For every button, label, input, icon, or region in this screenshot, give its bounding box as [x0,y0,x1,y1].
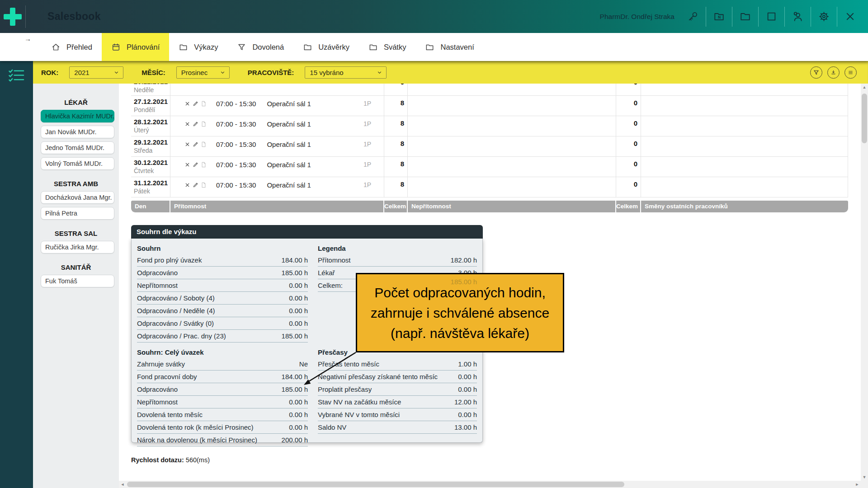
other-shifts-cell [641,157,848,177]
summary-row: Odpracováno185.00 h [137,267,308,279]
sidebar-item[interactable]: Pilná Petra [41,207,114,220]
vertical-scrollbar[interactable]: ▲ ▼ [861,84,868,481]
other-shifts-cell [641,116,848,136]
chevron-down-icon [113,70,119,75]
nav-tab-label: Svátky [384,43,406,52]
summary-row: Nepřítomnost0.00 h [137,279,308,292]
sidebar-item[interactable]: Jedno Tomáš MUDr. [41,141,114,154]
summary-row-label: Celkem: [318,282,343,289]
table-footer-header: Den Přítomnost Celkem Nepřítomnost Celke… [131,201,848,212]
export-button[interactable] [827,66,840,79]
filter-bar: ROK:2021MĚSÍC:ProsinecPRACOVIŠTĚ:15 vybr… [33,61,868,84]
key-icon[interactable] [687,10,699,23]
arrow-right-icon[interactable]: → [24,35,31,42]
nav-tab-6[interactable]: Svátky [359,33,416,61]
summary-row: Saldo NV13.00 h [318,421,477,434]
edit-icon[interactable] [192,161,199,168]
filter-select-3[interactable]: 15 vybráno [305,66,387,79]
shift-tag: 1P [363,100,371,107]
scroll-right-icon[interactable]: ► [854,481,861,488]
summary-row-label: Nepřítomnost [137,398,178,406]
delete-icon[interactable] [184,100,191,107]
summary-row: Nepřítomnost0.00 h [137,396,308,408]
sidebar-item[interactable]: Docházková Jana Mgr. [41,191,114,204]
summary-row-value: 0.00 h [458,411,477,418]
folder-icon [368,42,378,52]
header-divider [811,7,811,27]
summary-row-label: Nárok na dovolenou (k měsíci Prosinec) [137,436,257,444]
note-icon[interactable] [200,100,207,107]
note-icon[interactable] [200,161,207,168]
sidebar-item[interactable]: Volný Tomáš MUDr. [41,157,114,170]
funnel-button[interactable] [810,66,822,79]
absence-cell [408,116,616,136]
horizontal-scrollbar[interactable]: ◄ ► [119,481,861,488]
left-rail [0,61,33,488]
filter-select-2[interactable]: Prosinec [176,66,230,79]
filter-select-value: 2021 [74,69,89,76]
summary-row: Přítomnost182.00 h [318,254,477,267]
delete-icon[interactable] [184,161,191,168]
header-divider [706,7,706,27]
presence-cell: 07:00 - 15:30Operační sál 11P [170,116,384,136]
nav-tab-2[interactable]: Plánování [102,33,169,61]
sidebar: LÉKAŘHlavička Kazimír MUDr.Jan Novák MUD… [33,84,119,488]
gear-icon[interactable] [818,10,830,23]
close-icon[interactable] [844,10,856,23]
summary-row-label: Zahrnuje svátky [137,360,185,368]
summary-row: Stav NV na začátku měsíce12.00 h [318,396,477,408]
nav-tab-7[interactable]: Nastavení [415,33,483,61]
absence-cell [408,157,616,177]
square-icon[interactable] [765,10,778,23]
header-divider [837,7,837,27]
nav-tab-4[interactable]: Dovolená [227,33,293,61]
sidebar-item[interactable]: Ručička Jirka Mgr. [41,241,114,253]
note-icon[interactable] [200,141,207,148]
sidebar-item[interactable]: Fuk Tomáš [41,275,114,287]
note-icon[interactable] [200,121,207,127]
shift-location: Operační sál 1 [267,161,311,169]
summary-row: Vybrané NV v tomto měsíci0.00 h [318,408,477,421]
scroll-down-icon[interactable]: ▼ [861,474,868,481]
delete-icon[interactable] [184,141,191,148]
filter-label-2: MĚSÍC: [142,69,165,76]
scroll-up-icon[interactable]: ▲ [861,84,868,91]
filter-select-1[interactable]: 2021 [69,66,123,79]
tooltip-ghost-value: 185.00 h [451,277,477,286]
app-logo [0,0,25,33]
absent-total-cell: 0 [616,157,641,177]
edit-icon[interactable] [192,182,199,188]
scroll-left-icon[interactable]: ◄ [119,481,126,488]
nav-tab-1[interactable]: Přehled [42,33,102,61]
nav-tab-3[interactable]: Výkazy [169,33,227,61]
absent-total: 0 [616,84,637,86]
nav-tab-label: Uzávěrky [318,43,349,52]
delete-icon[interactable] [184,121,191,127]
summary-row-label: Nepřítomnost [137,282,178,289]
nav-tab-5[interactable]: Uzávěrky [293,33,359,61]
horizontal-scroll-thumb[interactable] [127,482,624,487]
edit-icon[interactable] [192,121,199,127]
absent-total: 0 [634,160,637,168]
summary-row-label: Odpracováno / Prac. dny (23) [137,332,226,340]
checklist-icon[interactable] [8,68,25,83]
summary-row-value: 182.00 h [451,256,477,264]
summary-row-value: 0.00 h [289,398,308,406]
note-icon[interactable] [200,182,207,188]
sidebar-item[interactable]: Jan Novák MUDr. [41,126,114,138]
delete-icon[interactable] [184,182,191,188]
presence-cell: 07:00 - 15:30Operační sál 11P [170,177,384,197]
user-icon[interactable] [792,10,804,23]
present-total: 8 [401,140,404,147]
folder-n-icon[interactable]: N [713,10,725,23]
sidebar-item[interactable]: Hlavička Kazimír MUDr. [41,110,114,122]
edit-icon[interactable] [192,141,199,148]
edit-icon[interactable] [192,100,199,107]
sidebar-group-title: SESTRA SAL [33,230,119,238]
summary-row-value: 0.00 h [458,373,477,380]
menu-button[interactable] [844,66,857,79]
absent-total-cell: 0 [616,177,641,197]
summary-row-value: 1.00 h [458,360,477,368]
folder-icon[interactable] [739,10,751,23]
vertical-scroll-thumb[interactable] [862,94,867,143]
